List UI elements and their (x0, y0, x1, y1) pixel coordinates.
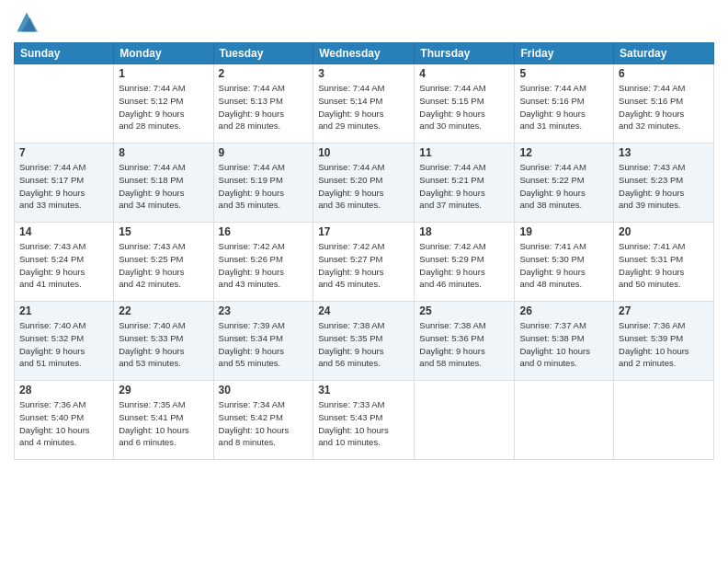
calendar-day-cell: 14Sunrise: 7:43 AM Sunset: 5:24 PM Dayli… (15, 223, 114, 302)
calendar-day-cell: 28Sunrise: 7:36 AM Sunset: 5:40 PM Dayli… (15, 381, 114, 460)
calendar-week-row: 28Sunrise: 7:36 AM Sunset: 5:40 PM Dayli… (15, 381, 714, 460)
calendar-day-cell: 15Sunrise: 7:43 AM Sunset: 5:25 PM Dayli… (114, 223, 213, 302)
calendar-day-header: Monday (114, 43, 213, 64)
calendar-day-cell: 3Sunrise: 7:44 AM Sunset: 5:14 PM Daylig… (313, 64, 415, 144)
calendar-week-row: 1Sunrise: 7:44 AM Sunset: 5:12 PM Daylig… (15, 64, 714, 144)
day-info: Sunrise: 7:44 AM Sunset: 5:13 PM Dayligh… (219, 82, 309, 132)
calendar-day-cell: 16Sunrise: 7:42 AM Sunset: 5:26 PM Dayli… (213, 223, 313, 302)
calendar-day-cell: 9Sunrise: 7:44 AM Sunset: 5:19 PM Daylig… (213, 144, 313, 223)
day-number: 28 (19, 384, 108, 396)
calendar-day-cell: 29Sunrise: 7:35 AM Sunset: 5:41 PM Dayli… (114, 381, 213, 460)
day-number: 12 (519, 146, 609, 159)
day-info: Sunrise: 7:38 AM Sunset: 5:35 PM Dayligh… (318, 319, 409, 370)
day-number: 8 (119, 146, 208, 159)
calendar-day-cell (15, 64, 114, 144)
day-number: 27 (619, 304, 709, 317)
calendar-day-cell: 30Sunrise: 7:34 AM Sunset: 5:42 PM Dayli… (213, 381, 313, 460)
day-info: Sunrise: 7:41 AM Sunset: 5:31 PM Dayligh… (619, 240, 709, 291)
day-info: Sunrise: 7:39 AM Sunset: 5:34 PM Dayligh… (219, 319, 309, 370)
day-number: 3 (318, 67, 409, 80)
calendar-day-header: Saturday (614, 43, 714, 64)
calendar-day-cell: 12Sunrise: 7:44 AM Sunset: 5:22 PM Dayli… (515, 144, 614, 223)
day-number: 23 (219, 304, 309, 317)
day-number: 6 (619, 67, 709, 80)
day-info: Sunrise: 7:36 AM Sunset: 5:40 PM Dayligh… (19, 398, 108, 449)
calendar-day-cell (614, 381, 714, 460)
calendar-day-cell: 7Sunrise: 7:44 AM Sunset: 5:17 PM Daylig… (15, 144, 114, 223)
calendar-day-cell: 8Sunrise: 7:44 AM Sunset: 5:18 PM Daylig… (114, 144, 213, 223)
day-number: 20 (619, 225, 709, 238)
day-info: Sunrise: 7:37 AM Sunset: 5:38 PM Dayligh… (519, 319, 609, 370)
day-info: Sunrise: 7:42 AM Sunset: 5:26 PM Dayligh… (219, 240, 309, 291)
day-info: Sunrise: 7:44 AM Sunset: 5:15 PM Dayligh… (419, 82, 509, 132)
calendar-day-cell: 18Sunrise: 7:42 AM Sunset: 5:29 PM Dayli… (415, 223, 515, 302)
day-info: Sunrise: 7:43 AM Sunset: 5:23 PM Dayligh… (619, 161, 709, 212)
day-info: Sunrise: 7:44 AM Sunset: 5:12 PM Dayligh… (119, 82, 208, 132)
calendar-week-row: 21Sunrise: 7:40 AM Sunset: 5:32 PM Dayli… (15, 302, 714, 381)
day-number: 4 (419, 67, 509, 80)
calendar-day-cell: 27Sunrise: 7:36 AM Sunset: 5:39 PM Dayli… (614, 302, 714, 381)
day-number: 31 (318, 384, 409, 396)
day-number: 25 (419, 304, 509, 317)
day-info: Sunrise: 7:43 AM Sunset: 5:25 PM Dayligh… (119, 240, 208, 291)
calendar-day-cell: 22Sunrise: 7:40 AM Sunset: 5:33 PM Dayli… (114, 302, 213, 381)
calendar-day-cell: 17Sunrise: 7:42 AM Sunset: 5:27 PM Dayli… (313, 223, 415, 302)
day-number: 30 (219, 384, 309, 396)
day-number: 16 (219, 225, 309, 238)
day-info: Sunrise: 7:44 AM Sunset: 5:21 PM Dayligh… (419, 161, 509, 212)
day-number: 18 (419, 225, 509, 238)
day-number: 11 (419, 146, 509, 159)
calendar-day-header: Tuesday (213, 43, 313, 64)
calendar-day-cell: 13Sunrise: 7:43 AM Sunset: 5:23 PM Dayli… (614, 144, 714, 223)
day-number: 14 (19, 225, 108, 238)
day-info: Sunrise: 7:42 AM Sunset: 5:29 PM Dayligh… (419, 240, 509, 291)
day-info: Sunrise: 7:43 AM Sunset: 5:24 PM Dayligh… (19, 240, 108, 291)
page: SundayMondayTuesdayWednesdayThursdayFrid… (0, 0, 728, 563)
day-info: Sunrise: 7:33 AM Sunset: 5:43 PM Dayligh… (318, 398, 409, 449)
day-number: 22 (119, 304, 208, 317)
day-info: Sunrise: 7:44 AM Sunset: 5:16 PM Dayligh… (519, 82, 609, 132)
day-number: 26 (519, 304, 609, 317)
calendar-day-cell: 25Sunrise: 7:38 AM Sunset: 5:36 PM Dayli… (415, 302, 515, 381)
day-number: 9 (219, 146, 309, 159)
day-number: 29 (119, 384, 208, 396)
calendar-day-cell: 19Sunrise: 7:41 AM Sunset: 5:30 PM Dayli… (515, 223, 614, 302)
calendar-day-cell: 4Sunrise: 7:44 AM Sunset: 5:15 PM Daylig… (415, 64, 515, 144)
day-number: 15 (119, 225, 208, 238)
day-info: Sunrise: 7:34 AM Sunset: 5:42 PM Dayligh… (219, 398, 309, 449)
day-number: 19 (519, 225, 609, 238)
day-number: 17 (318, 225, 409, 238)
day-number: 5 (519, 67, 609, 80)
day-info: Sunrise: 7:38 AM Sunset: 5:36 PM Dayligh… (419, 319, 509, 370)
day-info: Sunrise: 7:44 AM Sunset: 5:17 PM Dayligh… (19, 161, 108, 212)
logo (14, 9, 43, 35)
calendar-day-cell: 26Sunrise: 7:37 AM Sunset: 5:38 PM Dayli… (515, 302, 614, 381)
calendar-day-cell: 1Sunrise: 7:44 AM Sunset: 5:12 PM Daylig… (114, 64, 213, 144)
calendar-day-cell: 23Sunrise: 7:39 AM Sunset: 5:34 PM Dayli… (213, 302, 313, 381)
calendar-week-row: 14Sunrise: 7:43 AM Sunset: 5:24 PM Dayli… (15, 223, 714, 302)
calendar-day-cell: 2Sunrise: 7:44 AM Sunset: 5:13 PM Daylig… (213, 64, 313, 144)
day-info: Sunrise: 7:44 AM Sunset: 5:20 PM Dayligh… (318, 161, 409, 212)
calendar-day-cell: 24Sunrise: 7:38 AM Sunset: 5:35 PM Dayli… (313, 302, 415, 381)
calendar-day-cell: 10Sunrise: 7:44 AM Sunset: 5:20 PM Dayli… (313, 144, 415, 223)
day-info: Sunrise: 7:44 AM Sunset: 5:14 PM Dayligh… (318, 82, 409, 132)
calendar-day-cell (415, 381, 515, 460)
day-number: 10 (318, 146, 409, 159)
day-number: 2 (219, 67, 309, 80)
day-number: 21 (19, 304, 108, 317)
calendar-week-row: 7Sunrise: 7:44 AM Sunset: 5:17 PM Daylig… (15, 144, 714, 223)
day-info: Sunrise: 7:44 AM Sunset: 5:16 PM Dayligh… (619, 82, 709, 132)
calendar-day-header: Thursday (415, 43, 515, 64)
calendar-day-cell: 11Sunrise: 7:44 AM Sunset: 5:21 PM Dayli… (415, 144, 515, 223)
day-info: Sunrise: 7:44 AM Sunset: 5:18 PM Dayligh… (119, 161, 208, 212)
calendar-header-row: SundayMondayTuesdayWednesdayThursdayFrid… (15, 43, 714, 64)
day-info: Sunrise: 7:40 AM Sunset: 5:32 PM Dayligh… (19, 319, 108, 370)
calendar-day-cell (515, 381, 614, 460)
day-info: Sunrise: 7:41 AM Sunset: 5:30 PM Dayligh… (519, 240, 609, 291)
day-info: Sunrise: 7:42 AM Sunset: 5:27 PM Dayligh… (318, 240, 409, 291)
day-info: Sunrise: 7:36 AM Sunset: 5:39 PM Dayligh… (619, 319, 709, 370)
calendar-day-header: Friday (515, 43, 614, 64)
calendar-table: SundayMondayTuesdayWednesdayThursdayFrid… (14, 42, 714, 460)
day-info: Sunrise: 7:35 AM Sunset: 5:41 PM Dayligh… (119, 398, 208, 449)
calendar-day-cell: 6Sunrise: 7:44 AM Sunset: 5:16 PM Daylig… (614, 64, 714, 144)
